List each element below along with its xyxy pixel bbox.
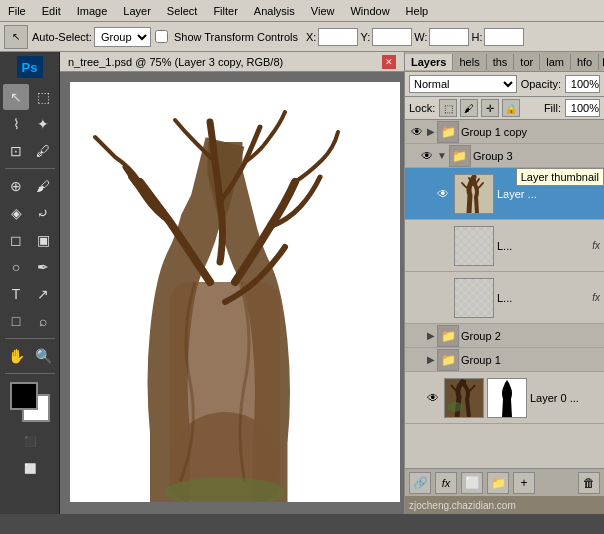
menu-layer[interactable]: Layer [115, 3, 159, 19]
toolbar: ↖ Auto-Select: Group Layer Show Transfor… [0, 22, 604, 52]
layer-fx2-thumbnail [454, 278, 494, 318]
show-transform-checkbox[interactable] [155, 30, 168, 43]
toolbox: Ps ↖ ⬚ ⌇ ✦ ⊡ 🖋 ⊕ 🖌 ◈ ⤾ ◻ ▣ ○ ✒ [0, 52, 60, 514]
tab-hfo[interactable]: hfo [571, 54, 599, 70]
history-tool[interactable]: ⤾ [30, 200, 56, 226]
screen-mode-tool[interactable]: ⬜ [17, 455, 43, 481]
menu-view[interactable]: View [303, 3, 343, 19]
tab-tor[interactable]: tor [514, 54, 540, 70]
add-fx-button[interactable]: fx [435, 472, 457, 494]
pen-tool[interactable]: ✒ [30, 254, 56, 280]
close-doc-button[interactable]: ✕ [382, 55, 396, 69]
layer-list[interactable]: 👁 ▶ 📁 Group 1 copy 👁 ▼ 📁 Group 3 👁 [405, 120, 604, 468]
lock-label: Lock: [409, 102, 435, 114]
arrow-icon-g1: ▶ [427, 354, 435, 365]
tab-hels[interactable]: hels [453, 54, 486, 70]
menu-filter[interactable]: Filter [205, 3, 245, 19]
layer-fx1-row[interactable]: L... fx [405, 220, 604, 272]
visibility-icon-fx1[interactable] [435, 238, 451, 254]
lock-all-button[interactable]: 🔒 [502, 99, 520, 117]
canvas-content [70, 82, 400, 502]
lock-pixels-button[interactable]: 🖌 [460, 99, 478, 117]
menu-window[interactable]: Window [342, 3, 397, 19]
layer-fx2-row[interactable]: L... fx [405, 272, 604, 324]
lock-position-button[interactable]: ✛ [481, 99, 499, 117]
panel-tab-bar: Layers hels ths tor lam hfo ▶ ✕ [405, 52, 604, 72]
x-input[interactable] [318, 28, 358, 46]
type-tool[interactable]: T [3, 281, 29, 307]
spot-heal-tool[interactable]: ⊕ [3, 173, 29, 199]
gradient-tool[interactable]: ▣ [30, 227, 56, 253]
menu-analysis[interactable]: Analysis [246, 3, 303, 19]
link-layers-button[interactable]: 🔗 [409, 472, 431, 494]
h-input[interactable] [484, 28, 524, 46]
move-tool-button[interactable]: ↖ [4, 25, 28, 49]
w-input[interactable] [429, 28, 469, 46]
group-3-header[interactable]: 👁 ▼ 📁 Group 3 [405, 144, 604, 168]
dodge-tool[interactable]: ○ [3, 254, 29, 280]
zoom-tool[interactable]: ⌕ [30, 308, 56, 334]
layer-0-row[interactable]: 👁 [405, 372, 604, 424]
blend-row: Normal Multiply Screen Overlay Opacity: [405, 72, 604, 97]
group-folder-icon-g1c: 📁 [437, 121, 459, 143]
y-input[interactable] [372, 28, 412, 46]
group-1-copy-header[interactable]: 👁 ▶ 📁 Group 1 copy [405, 120, 604, 144]
zoom2-tool[interactable]: 🔍 [30, 343, 56, 369]
tab-ths[interactable]: ths [487, 54, 515, 70]
auto-select-dropdown[interactable]: Group Layer [94, 27, 151, 47]
menu-file[interactable]: File [0, 3, 34, 19]
tab-layers[interactable]: Layers [405, 54, 453, 70]
shape-tool[interactable]: □ [3, 308, 29, 334]
selection-tool[interactable]: ⬚ [30, 84, 56, 110]
layer-0-mask-thumbnail [487, 378, 527, 418]
menu-image[interactable]: Image [69, 3, 116, 19]
visibility-icon-l0[interactable]: 👁 [425, 390, 441, 406]
menu-help[interactable]: Help [398, 3, 437, 19]
crop-tool[interactable]: ⊡ [3, 138, 29, 164]
group-folder-icon-g2: 📁 [437, 325, 459, 347]
document-title: n_tree_1.psd @ 75% (Layer 3 copy, RGB/8) [68, 56, 378, 68]
visibility-icon-g1c[interactable]: 👁 [409, 124, 425, 140]
quick-mask-tool[interactable]: ⬛ [17, 428, 43, 454]
eyedropper-tool[interactable]: 🖋 [30, 138, 56, 164]
group-2-name: Group 2 [461, 330, 501, 342]
fill-input[interactable] [565, 99, 600, 117]
group-2-header[interactable]: ▶ 📁 Group 2 [405, 324, 604, 348]
menu-edit[interactable]: Edit [34, 3, 69, 19]
panel-more-button[interactable]: ▶ [599, 53, 604, 70]
new-layer-button[interactable]: + [513, 472, 535, 494]
document-tab: n_tree_1.psd @ 75% (Layer 3 copy, RGB/8)… [60, 52, 404, 72]
layer-3-copy-row[interactable]: 👁 Layer ... Layer thumbnail [405, 168, 604, 220]
quick-select-tool[interactable]: ✦ [30, 111, 56, 137]
path-select-tool[interactable]: ↗ [30, 281, 56, 307]
brush-tool[interactable]: 🖌 [30, 173, 56, 199]
visibility-icon-l3c[interactable]: 👁 [435, 186, 451, 202]
visibility-icon-fx2[interactable] [435, 290, 451, 306]
layer-0-thumbnail [444, 378, 484, 418]
w-label: W: [414, 31, 427, 43]
new-group-button[interactable]: 📁 [487, 472, 509, 494]
visibility-icon-g3[interactable]: 👁 [419, 148, 435, 164]
tab-lam[interactable]: lam [540, 54, 571, 70]
group-3-name: Group 3 [473, 150, 513, 162]
add-mask-button[interactable]: ⬜ [461, 472, 483, 494]
lock-transparent-button[interactable]: ⬚ [439, 99, 457, 117]
foreground-color[interactable] [10, 382, 38, 410]
menu-select[interactable]: Select [159, 3, 206, 19]
visibility-icon-g2[interactable] [409, 328, 425, 344]
blend-mode-select[interactable]: Normal Multiply Screen Overlay [409, 75, 517, 93]
eraser-tool[interactable]: ◻ [3, 227, 29, 253]
lasso-tool[interactable]: ⌇ [3, 111, 29, 137]
color-picker[interactable] [10, 382, 50, 422]
group-1-header[interactable]: ▶ 📁 Group 1 [405, 348, 604, 372]
clone-tool[interactable]: ◈ [3, 200, 29, 226]
fill-label: Fill: [544, 102, 561, 114]
group-1-copy-name: Group 1 copy [461, 126, 527, 138]
move-tool[interactable]: ↖ [3, 84, 29, 110]
delete-layer-button[interactable]: 🗑 [578, 472, 600, 494]
hand-tool[interactable]: ✋ [3, 343, 29, 369]
canvas-area[interactable] [60, 72, 404, 514]
opacity-input[interactable] [565, 75, 600, 93]
visibility-icon-g1[interactable] [409, 352, 425, 368]
transform-controls-label: Show Transform Controls [174, 31, 298, 43]
